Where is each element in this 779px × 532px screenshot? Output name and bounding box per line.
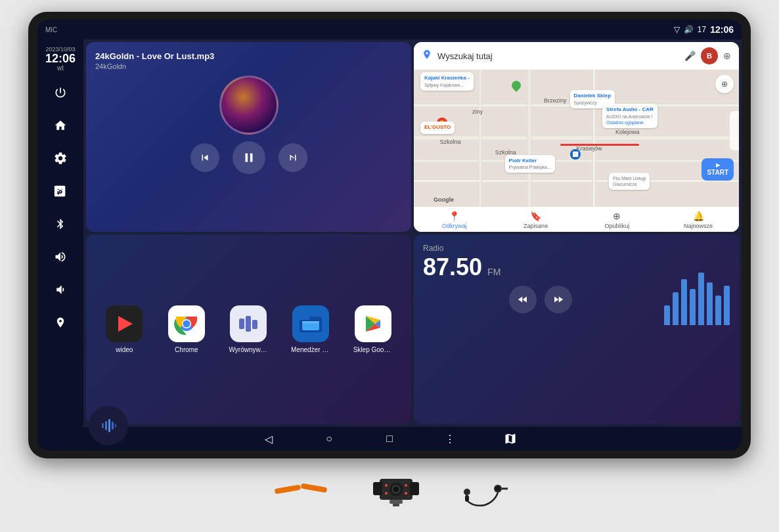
svg-rect-22 [410,482,419,495]
radio-bar [715,296,721,325]
sidebar: 2023/10/03 12:06 wt [37,39,83,427]
svg-point-35 [464,489,470,495]
najnowsze-icon: 🔔 [693,211,704,221]
map-info-elgusto[interactable]: EL'GUSTO [420,122,455,133]
svg-point-25 [393,487,399,492]
next-button[interactable] [278,143,307,172]
radio-controls [423,286,657,415]
sidebar-settings-icon[interactable] [49,146,72,170]
status-bar: MIC ▽ 🔊 17 12:06 [37,20,742,39]
volume-icon: 🔊 [684,25,694,34]
app-item-playstore[interactable]: Sklep Googl... [353,305,393,353]
sidebar-time-block: 2023/10/03 12:06 wt [45,46,76,72]
video-app-label: wideo [116,346,133,353]
map-area[interactable]: Brzeziny Szkolna Szkolna Kolejowa Krasie… [414,70,739,207]
zapisane-icon: 🔖 [530,211,541,221]
mic-label: MIC [45,26,57,33]
maps-search-bar[interactable]: Wyszukaj tutaj 🎤 B ⊕ [414,42,739,70]
radio-main-row [423,286,730,415]
svg-point-27 [405,484,407,487]
sidebar-location-icon[interactable] [49,311,72,334]
radio-visualizer [664,286,730,325]
svg-rect-19 [301,483,328,493]
maps-avatar[interactable]: B [701,47,718,64]
sidebar-power-icon[interactable] [49,81,72,104]
chrome-app-icon [168,305,205,342]
poi-kajaki[interactable] [510,79,523,92]
sound-icon-bottom[interactable] [89,406,128,445]
svg-rect-21 [373,482,382,495]
files-app-icon [292,305,329,342]
sidebar-day: wt [45,64,76,72]
battery-level: 17 [698,25,706,34]
equalizer-app-label: Wyrównywa... [229,346,268,353]
nav-recent-button[interactable]: □ [379,428,400,449]
maps-nav-najnowsze[interactable]: 🔔 Najnowsze [657,211,739,229]
radio-band: FM [487,267,501,277]
radio-bar [724,286,730,325]
status-time: 12:06 [710,24,734,35]
app-item-equalizer[interactable]: Wyrównywa... [229,305,268,353]
sidebar-home-icon[interactable] [49,114,72,137]
signal-icon: ▽ [674,25,680,34]
nav-back-button[interactable]: ◁ [258,428,279,449]
nav-home-button[interactable]: ○ [319,428,340,449]
accessories [271,469,508,508]
odkrywaj-label: Odkrywaj [442,223,467,229]
map-label-krasiejow: Krasiejów [577,145,602,152]
map-label-szkolna1: Szkolna [440,139,461,145]
app-item-files[interactable]: Menedżer P... [291,305,330,353]
map-info-piotr[interactable]: Piotr Keller Prywatna Praktyka... [505,155,555,173]
maps-nav-opublikuj[interactable]: ⊕ Opublikuj [577,211,658,229]
pause-button[interactable] [233,141,265,174]
music-controls [95,141,402,174]
app-item-chrome[interactable]: Chrome [168,305,205,353]
map-route [560,144,639,146]
maps-logo-icon [422,49,432,62]
radio-card: Radio 87.50 FM [414,234,739,424]
poi-krasiejow[interactable]: 🅿 [570,149,581,160]
sidebar-vol-up-icon[interactable] [49,245,72,269]
maps-location-icon[interactable]: ⊕ [723,51,731,61]
maps-nav-odkrywaj[interactable]: 📍 Odkrywaj [414,211,495,229]
content-grid: 24kGoldn - Love Or Lust.mp3 24kGoldn [83,39,742,427]
map-start-button[interactable]: ▶ START [701,158,734,181]
maps-card: Wyszukaj tutaj 🎤 B ⊕ [414,42,739,232]
radio-bar [690,289,696,325]
files-app-label: Menedżer P... [291,346,330,353]
sidebar-bluetooth-icon[interactable] [49,212,72,236]
map-info-strefa[interactable]: Strefa Audio - CAR AUDIO na Androidzie !… [602,104,657,128]
nav-menu-button[interactable]: ⋮ [439,428,460,449]
svg-rect-16 [112,422,114,430]
main-area: 2023/10/03 12:06 wt [37,39,742,427]
sidebar-vol-down-icon[interactable] [49,278,72,301]
radio-forward-button[interactable] [545,286,572,313]
radio-bar [707,282,713,325]
map-location-button[interactable]: ⊕ [715,75,734,93]
pry-tools [271,479,330,499]
map-info-kajaki[interactable]: Kajaki Krasieńka - Spływy Kajakowe... [420,72,474,90]
maps-nav-zapisane[interactable]: 🔖 Zapisane [495,211,577,229]
maps-mic-icon[interactable]: 🎤 [684,51,696,61]
map-label-kolejowa: Kolejowa [615,129,640,135]
map-info-fliz[interactable]: Fliz-Mark Usługi Glazurnicze [609,173,650,190]
svg-rect-5 [246,316,251,332]
music-card: 24kGoldn - Love Or Lust.mp3 24kGoldn [86,42,411,232]
prev-button[interactable] [190,143,219,172]
music-artist: 24kGoldn [95,62,402,70]
radio-bar [698,273,704,325]
screen: MIC ▽ 🔊 17 12:06 2023/10/03 12:06 wt [37,20,742,451]
radio-bar [673,292,679,325]
svg-rect-4 [239,319,244,329]
svg-rect-15 [108,419,110,432]
app-item-video[interactable]: wideo [106,305,143,353]
nav-maps-button[interactable] [500,428,521,449]
svg-rect-36 [465,495,469,502]
map-scroll[interactable] [730,111,739,150]
map-label-brzeziny: Brzeziny [544,97,567,104]
radio-bar [681,279,687,325]
sidebar-clock: 12:06 [45,53,76,64]
radio-rewind-button[interactable] [509,286,537,313]
sidebar-radio-icon[interactable] [49,179,72,203]
svg-point-3 [183,321,190,328]
